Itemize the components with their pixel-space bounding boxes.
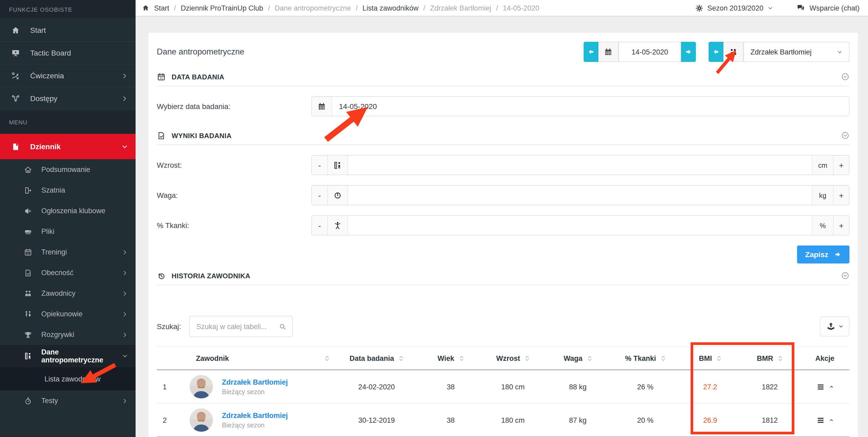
tkanki-unit: % [812, 216, 833, 235]
sidebar-item-tactic-board[interactable]: Tactic Board [0, 41, 135, 64]
save-button[interactable]: Zapisz [797, 245, 849, 264]
header-label: Waga [563, 354, 582, 362]
collapse-circle-icon[interactable] [841, 131, 849, 140]
player-link[interactable]: Zdrzałek Bartłomiej [222, 411, 288, 419]
date-nav-value[interactable]: 14-05-2020 [619, 42, 681, 62]
sidebar-item-pliki[interactable]: Pliki [0, 221, 135, 242]
sidebar-item-obecnosc[interactable]: Obecność [0, 262, 135, 283]
sidebar-item-lista-zawodnikow[interactable]: Lista zawodników [0, 367, 135, 391]
tkanki-input-group: - % + [311, 215, 849, 235]
collapse-circle-icon[interactable] [841, 271, 849, 280]
share-network-icon [11, 94, 20, 103]
breadcrumb-lista[interactable]: Lista zawodników [363, 4, 418, 12]
minus-stepper[interactable]: - [312, 216, 328, 235]
waga-unit: kg [812, 186, 833, 205]
sidebar-item-podsumowanie[interactable]: Podsumowanie [0, 159, 135, 180]
player-navigator: Zdrzałek Bartłomiej [709, 42, 849, 62]
date-next-button[interactable] [681, 42, 696, 62]
sidebar-item-dziennik[interactable]: Dziennik [0, 134, 135, 159]
chevron-right-icon [122, 270, 128, 276]
header-waga[interactable]: Waga [546, 354, 610, 362]
sort-icon [525, 355, 530, 362]
header-bmr[interactable]: BMR [739, 354, 800, 362]
sidebar-item-zawodnicy[interactable]: Zawodnicy [0, 283, 135, 304]
wzrost-input[interactable] [348, 156, 812, 175]
header-tkanki[interactable]: % Tkanki [610, 354, 681, 362]
chevron-up-icon [829, 384, 834, 390]
cell-height: 180 cm [480, 416, 546, 424]
cell-age: 38 [422, 416, 480, 424]
calendar-icon [24, 248, 32, 256]
breadcrumb-dziennik[interactable]: Dziennik ProTrainUp Club [181, 4, 263, 12]
sidebar-item-opiekunowie[interactable]: Opiekunowie [0, 304, 135, 324]
drive-icon [24, 227, 32, 236]
export-button[interactable] [820, 316, 849, 336]
calendar-addon [598, 42, 619, 62]
sidebar-item-dostepy[interactable]: Dostępy [0, 87, 135, 109]
date-prev-button[interactable] [584, 42, 598, 62]
tkanki-input[interactable] [348, 216, 812, 235]
header-wiek[interactable]: Wiek [422, 354, 480, 362]
row-actions-button[interactable] [800, 415, 849, 425]
date-input[interactable] [332, 97, 849, 116]
cell-date: 24-02-2020 [332, 383, 422, 391]
chevron-right-icon [122, 311, 128, 317]
plus-stepper[interactable]: + [833, 186, 849, 205]
arrow-left-icon [587, 48, 595, 56]
sidebar-item-label: Testy [41, 397, 122, 405]
sidebar-item-cwiczenia[interactable]: Ćwiczenia [0, 64, 135, 87]
plus-stepper[interactable]: + [833, 216, 849, 235]
player-prev-button[interactable] [709, 42, 723, 62]
sidebar-item-treningi[interactable]: Treningi [0, 242, 135, 262]
cell-age: 38 [422, 383, 480, 391]
minus-stepper[interactable]: - [312, 186, 328, 205]
sidebar-item-ogloszenia[interactable]: Ogłoszenia klubowe [0, 201, 135, 221]
section-wyniki-badania: WYNIKI BADANIA [157, 127, 849, 145]
sort-icon [587, 355, 592, 362]
player-select-value: Zdrzałek Bartłomiej [750, 48, 837, 56]
header-zawodnik[interactable]: Zawodnik [173, 354, 332, 362]
support-chat-button[interactable]: Wsparcie (chat) [797, 4, 860, 12]
history-clock-icon [157, 271, 166, 280]
header-wzrost[interactable]: Wzrost [480, 354, 546, 362]
sidebar-item-testy[interactable]: Testy [0, 391, 135, 411]
header-label: Data badania [349, 354, 394, 362]
cell-weight: 88 kg [546, 383, 610, 391]
header-bmi[interactable]: BMI [681, 354, 739, 362]
breadcrumb-start[interactable]: Start [154, 4, 169, 12]
row-actions-button[interactable] [800, 382, 849, 391]
breadcrumb-player[interactable]: Zdrzałek Bartłomiej [430, 4, 491, 12]
sidebar-item-label: Rozgrywki [41, 331, 122, 339]
plus-stepper[interactable]: + [833, 156, 849, 175]
minus-stepper[interactable]: - [312, 156, 328, 175]
chevron-right-icon [121, 95, 128, 102]
topbar: Start / Dziennik ProTrainUp Club / Dane … [135, 0, 868, 16]
stopwatch-icon [24, 397, 32, 405]
chevron-down-icon [838, 324, 843, 329]
header-label: Zawodnik [196, 354, 229, 362]
row-index: 2 [157, 416, 173, 424]
scale-gauge-icon [328, 186, 348, 205]
support-label: Wsparcie (chat) [809, 4, 860, 12]
breadcrumb: Start / Dziennik ProTrainUp Club / Dane … [142, 4, 539, 12]
date-input-group [311, 96, 849, 116]
sidebar-item-dane-antropometryczne[interactable]: Dane antropometryczne [0, 345, 135, 367]
search-input[interactable] [195, 322, 279, 331]
collapse-circle-icon[interactable] [841, 72, 849, 81]
app-window: FUNKCJE OSOBISTE Start Tactic Board Ćwic… [0, 0, 868, 437]
season-selector[interactable]: Sezon 2019/2020 [695, 4, 773, 12]
cell-bmr: 1822 [739, 383, 800, 391]
export-icon [826, 322, 835, 331]
page-background: Dane antropometryczne 14-05-2020 [135, 16, 868, 437]
cell-weight: 87 kg [546, 416, 610, 424]
sidebar-item-start[interactable]: Start [0, 19, 135, 41]
sidebar-item-label: Dane antropometryczne [41, 348, 122, 364]
waga-input[interactable] [348, 186, 812, 205]
chevron-down-icon [122, 353, 128, 359]
header-data-badania[interactable]: Data badania [332, 354, 422, 362]
breadcrumb-dane[interactable]: Dane antropometryczne [275, 4, 351, 12]
player-link[interactable]: Zdrzałek Bartłomiej [222, 378, 288, 386]
sidebar-item-rozgrywki[interactable]: Rozgrywki [0, 324, 135, 345]
sidebar-item-szatnia[interactable]: Szatnia [0, 180, 135, 201]
player-select[interactable]: Zdrzałek Bartłomiej [744, 42, 849, 62]
